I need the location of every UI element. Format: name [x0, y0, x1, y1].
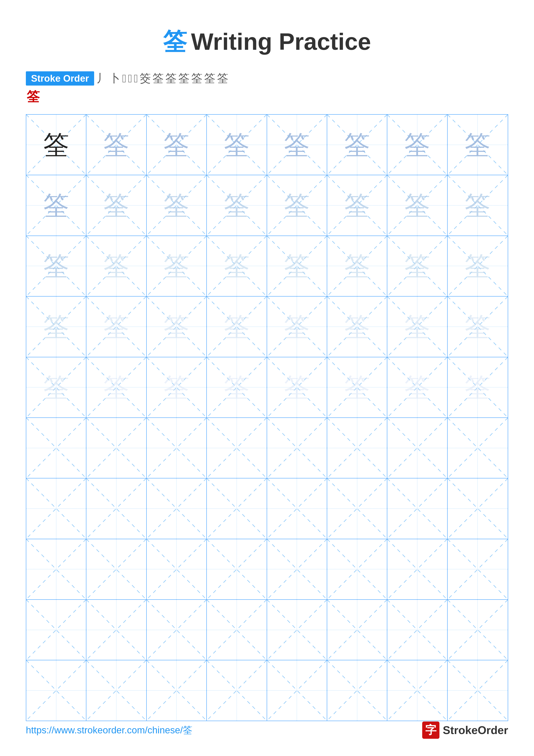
grid-cell	[327, 660, 387, 720]
practice-char: 筌	[465, 314, 491, 339]
practice-char: 筌	[465, 374, 491, 400]
svg-line-134	[207, 600, 267, 660]
practice-char: 筌	[164, 314, 189, 339]
grid-cell: 筌	[267, 115, 327, 175]
stroke-1: 丿	[96, 71, 108, 86]
stroke-8: 筌	[165, 71, 177, 86]
grid-cell	[87, 600, 146, 660]
grid-cell: 筌	[147, 115, 207, 175]
svg-line-98	[87, 478, 146, 539]
page-title: 筌Writing Practice	[0, 0, 534, 71]
svg-line-104	[267, 478, 327, 539]
svg-line-80	[26, 418, 86, 478]
grid-cell: 筌	[327, 175, 387, 235]
grid-cell	[207, 600, 267, 660]
grid-cell	[207, 418, 267, 478]
grid-row	[26, 418, 508, 478]
practice-char: 筌	[404, 192, 430, 218]
svg-line-130	[87, 600, 146, 660]
practice-char: 筌	[465, 132, 491, 158]
grid-cell: 筌	[387, 115, 447, 175]
practice-char: 筌	[164, 253, 189, 279]
practice-char: 筌	[103, 192, 129, 218]
stroke-2: 卜	[109, 71, 120, 86]
grid-cell: 筌	[147, 357, 207, 418]
grid-cell	[267, 478, 327, 539]
svg-line-95	[447, 418, 508, 478]
practice-char: 筌	[224, 192, 250, 218]
svg-line-81	[26, 418, 86, 478]
grid-cell: 筌	[87, 297, 146, 357]
practice-char: 筌	[224, 314, 250, 339]
grid-cell: 筌	[207, 357, 267, 418]
grid-cell: 筌	[26, 115, 87, 175]
grid-cell: 筌	[207, 236, 267, 296]
grid-cell: 筌	[26, 175, 87, 235]
grid-cell: 筌	[207, 175, 267, 235]
practice-char: 筌	[224, 374, 250, 400]
grid-cell	[147, 478, 207, 539]
grid-cell: 筌	[387, 175, 447, 235]
stroke-10: 筌	[191, 71, 202, 86]
practice-char: 筌	[43, 192, 69, 218]
practice-char: 筌	[103, 314, 129, 339]
grid-cell	[387, 600, 447, 660]
svg-line-91	[327, 418, 387, 478]
grid-cell	[87, 418, 146, 478]
practice-char: 筌	[103, 374, 129, 400]
stroke-7: 筌	[153, 71, 164, 86]
stroke-9: 筌	[178, 71, 190, 86]
stroke-order-chars: 丿 卜 𠃌 𠄌 𠄎 筊 筌 筌 筌 筌 筌 筌	[96, 71, 228, 86]
grid-cell	[147, 418, 207, 478]
stroke-6: 筊	[140, 71, 151, 86]
footer-url[interactable]: https://www.strokeorder.com/chinese/筌	[26, 724, 192, 737]
svg-line-93	[387, 418, 447, 478]
practice-char: 筌	[284, 374, 310, 400]
grid-cell	[87, 660, 146, 720]
svg-line-124	[387, 539, 447, 599]
grid-cell: 筌	[387, 236, 447, 296]
svg-line-154	[327, 660, 387, 720]
practice-char: 筌	[404, 253, 430, 279]
svg-line-113	[26, 539, 86, 599]
grid-cell: 筌	[87, 115, 146, 175]
grid-cell: 筌	[387, 297, 447, 357]
grid-cell	[207, 478, 267, 539]
grid-cell: 筌	[147, 297, 207, 357]
svg-line-125	[387, 539, 447, 599]
svg-line-143	[447, 600, 508, 660]
grid-cell	[327, 478, 387, 539]
grid-row	[26, 478, 508, 539]
practice-char: 筌	[284, 314, 310, 339]
grid-cell	[447, 418, 508, 478]
grid-cell: 筌	[387, 357, 447, 418]
grid-cell	[447, 660, 508, 720]
stroke-12: 筌	[217, 71, 228, 86]
svg-line-129	[26, 600, 86, 660]
practice-char: 筌	[164, 374, 189, 400]
grid-cell	[327, 600, 387, 660]
svg-line-89	[267, 418, 327, 478]
svg-line-145	[26, 660, 86, 720]
grid-cell: 筌	[327, 357, 387, 418]
svg-line-114	[87, 539, 146, 599]
grid-cell: 筌	[26, 357, 87, 418]
svg-line-110	[447, 478, 508, 539]
svg-line-100	[147, 478, 206, 539]
svg-line-118	[207, 539, 267, 599]
grid-cell	[327, 418, 387, 478]
svg-line-88	[267, 418, 327, 478]
grid-cell: 筌	[447, 175, 508, 235]
stroke-5: 𠄎	[134, 72, 138, 85]
svg-line-159	[447, 660, 508, 720]
svg-line-146	[87, 660, 146, 720]
svg-line-85	[147, 418, 206, 478]
brand-icon: 字	[422, 721, 440, 739]
svg-line-141	[387, 600, 447, 660]
grid-cell: 筌	[147, 175, 207, 235]
grid-cell: 筌	[87, 175, 146, 235]
grid-cell: 筌	[207, 297, 267, 357]
svg-line-99	[87, 478, 146, 539]
svg-line-106	[327, 478, 387, 539]
svg-line-139	[327, 600, 387, 660]
